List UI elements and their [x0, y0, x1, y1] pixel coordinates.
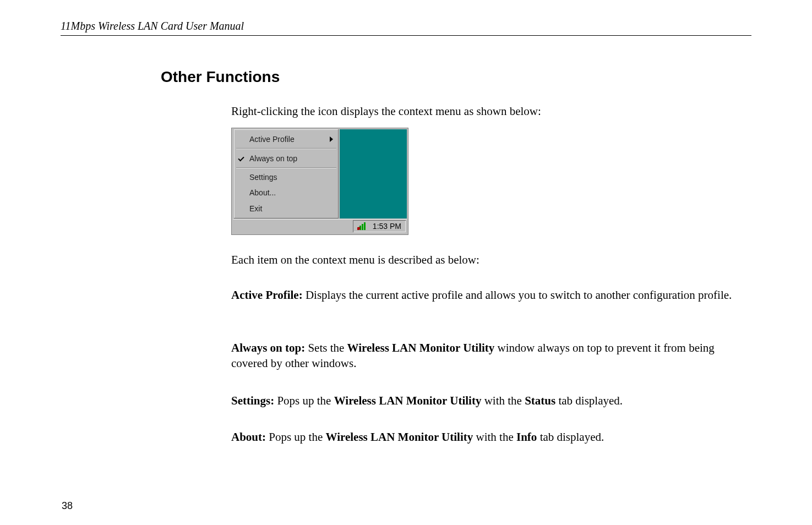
text-post: tab displayed. [537, 430, 604, 444]
para-always-on-top: Always on top: Sets the Wireless LAN Mon… [231, 340, 751, 371]
menu-item-about[interactable]: About... [234, 185, 339, 200]
bold-2: Status [525, 394, 555, 407]
bold-2: Info [516, 430, 537, 444]
bold-1: Wireless LAN Monitor Utility [334, 394, 482, 407]
page-number: 38 [62, 500, 73, 512]
taskbar: 1:53 PM [233, 219, 407, 233]
term-label: Active Profile: [231, 288, 303, 302]
submenu-arrow-icon [330, 136, 333, 142]
text-pre: Pops up the [266, 430, 326, 444]
bold-1: Wireless LAN Monitor Utility [326, 430, 473, 444]
text-pre: Sets the [305, 341, 347, 354]
running-head: 11Mbps Wireless LAN Card User Manual [61, 20, 751, 32]
text-mid: with the [473, 430, 516, 444]
wlan-tray-icon[interactable] [357, 222, 368, 230]
svg-rect-2 [362, 224, 363, 230]
menu-separator [236, 167, 336, 168]
term-label: About: [231, 430, 266, 444]
page: 11Mbps Wireless LAN Card User Manual Oth… [0, 0, 812, 525]
term-label: Settings: [231, 394, 274, 407]
section-heading: Other Functions [161, 68, 280, 86]
description-text: Each item on the context menu is describ… [231, 252, 751, 267]
figure-background-panel [340, 129, 407, 218]
system-tray: 1:53 PM [353, 220, 406, 232]
text-pre: Pops up the [274, 394, 334, 407]
checkmark-icon [238, 155, 244, 161]
term-text: Displays the current active profile and … [303, 288, 732, 302]
context-menu: Active Profile Always on top Settings Ab… [234, 129, 339, 218]
menu-item-exit[interactable]: Exit [234, 201, 339, 216]
svg-point-4 [358, 227, 360, 229]
menu-item-settings[interactable]: Settings [234, 169, 339, 185]
menu-item-label: Exit [249, 204, 262, 213]
para-about: About: Pops up the Wireless LAN Monitor … [231, 429, 751, 445]
menu-item-label: Active Profile [249, 135, 295, 144]
text-mid: with the [481, 394, 525, 407]
bold-1: Wireless LAN Monitor Utility [347, 341, 495, 354]
para-settings: Settings: Pops up the Wireless LAN Monit… [231, 393, 751, 408]
svg-rect-3 [364, 222, 366, 230]
menu-separator [236, 148, 336, 149]
running-head-rule [61, 35, 751, 36]
text-post: tab displayed. [555, 394, 623, 407]
menu-item-label: Always on top [249, 154, 297, 163]
term-label: Always on top: [231, 341, 305, 354]
intro-text: Right-clicking the icon displays the con… [231, 103, 751, 119]
menu-item-active-profile[interactable]: Active Profile [234, 132, 339, 147]
context-menu-screenshot: Active Profile Always on top Settings Ab… [231, 128, 408, 235]
para-active-profile: Active Profile: Displays the current act… [231, 287, 751, 303]
menu-item-label: Settings [249, 173, 277, 182]
menu-item-label: About... [249, 188, 276, 197]
tray-clock: 1:53 PM [373, 222, 401, 231]
menu-item-always-on-top[interactable]: Always on top [234, 150, 339, 166]
